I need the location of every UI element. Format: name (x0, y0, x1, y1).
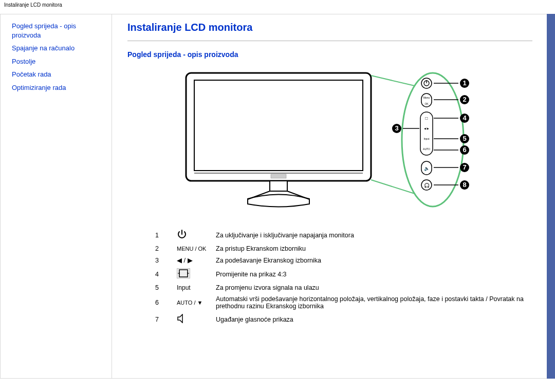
svg-text:5: 5 (462, 135, 466, 142)
svg-line-8 (371, 76, 415, 86)
legend-desc: Ugađanje glasnoće prikaza (212, 312, 532, 327)
svg-text:◀/▶: ◀/▶ (424, 127, 429, 130)
legend-num: 7 (151, 312, 173, 327)
svg-text:3: 3 (395, 124, 398, 132)
legend-desc: Promijenite na prikaz 4:3 (212, 266, 532, 282)
legend-desc: Za uključivanje i isključivanje napajanj… (212, 227, 532, 243)
menu-ok-label: MENU / OK (173, 243, 212, 254)
legend-num: 2 (151, 243, 173, 254)
button-legend-table: 1 Za uključivanje i isključivanje napaja… (151, 227, 532, 327)
svg-rect-49 (179, 270, 188, 277)
svg-text:OK: OK (424, 102, 429, 105)
divider (127, 41, 532, 41)
svg-text:8: 8 (462, 181, 466, 189)
sidebar: Pogled sprijeda - opis proizvoda Spajanj… (0, 14, 112, 379)
aspect-icon (173, 266, 212, 282)
sidebar-item-front-desc[interactable]: Pogled sprijeda - opis proizvoda (12, 22, 103, 40)
svg-text:⬚: ⬚ (425, 117, 428, 120)
svg-text:Input: Input (423, 137, 430, 140)
content-frame: Pogled sprijeda - opis proizvoda Spajanj… (0, 14, 555, 379)
svg-text:1: 1 (462, 79, 466, 87)
legend-num: 3 (151, 254, 173, 266)
sidebar-item-connect[interactable]: Spajanje na računalo (12, 44, 103, 53)
table-row: 2 MENU / OK Za pristup Ekranskom izborni… (151, 243, 532, 254)
footer-path: file:///C|/Documents%20and%20Settings/F3… (0, 379, 555, 392)
table-row: 6 AUTO / ▼ Automatski vrši podešavanje h… (151, 293, 532, 312)
svg-rect-3 (271, 174, 286, 178)
main-content: Instaliranje LCD monitora Pogled sprijed… (112, 14, 547, 379)
table-row: 5 Input Za promjenu izvora signala na ul… (151, 282, 532, 293)
speaker-icon (173, 312, 212, 327)
svg-text:4: 4 (462, 114, 467, 122)
input-label: Input (173, 282, 212, 293)
monitor-diagram: Menu OK ⬚ ◀/▶ Input AUTO 🔈 (171, 68, 489, 212)
monitor-figure: Menu OK ⬚ ◀/▶ Input AUTO 🔈 (127, 68, 532, 212)
table-row: 3 ◀ / ▶ Za podešavanje Ekranskog izborni… (151, 254, 532, 266)
table-row: 7 Ugađanje glasnoće prikaza (151, 312, 532, 327)
svg-text:Menu: Menu (423, 96, 430, 99)
table-row: 1 Za uključivanje i isključivanje napaja… (151, 227, 532, 243)
svg-text:🎧: 🎧 (424, 182, 430, 189)
table-row: 4 Promijenite na prikaz 4:3 (151, 266, 532, 282)
legend-desc: Za podešavanje Ekranskog izbornika (212, 254, 532, 266)
sidebar-item-start[interactable]: Početak rada (12, 70, 103, 79)
legend-num: 5 (151, 282, 173, 293)
auto-down-label: AUTO / ▼ (173, 293, 212, 312)
legend-num: 6 (151, 293, 173, 312)
legend-desc: Automatski vrši podešavanje horizontalno… (212, 293, 532, 312)
page-title: Instaliranje LCD monitora (127, 22, 532, 33)
legend-num: 1 (151, 227, 173, 243)
svg-text:6: 6 (462, 146, 466, 154)
legend-desc: Za pristup Ekranskom izborniku (212, 243, 532, 254)
svg-rect-1 (194, 80, 363, 171)
page-header-label: Instaliranje LCD monitora (0, 0, 555, 14)
svg-text:🔈: 🔈 (424, 165, 430, 172)
svg-text:7: 7 (462, 163, 466, 171)
power-icon (173, 227, 212, 243)
sidebar-item-stand[interactable]: Postolje (12, 57, 103, 66)
left-right-icon: ◀ / ▶ (173, 254, 212, 266)
svg-rect-4 (270, 181, 287, 191)
section-title: Pogled sprijeda - opis proizvoda (127, 50, 532, 59)
sidebar-item-optimize[interactable]: Optimiziranje rada (12, 83, 103, 92)
svg-text:AUTO: AUTO (423, 147, 430, 151)
svg-text:2: 2 (462, 96, 466, 103)
legend-desc: Za promjenu izvora signala na ulazu (212, 282, 532, 293)
legend-num: 4 (151, 266, 173, 282)
